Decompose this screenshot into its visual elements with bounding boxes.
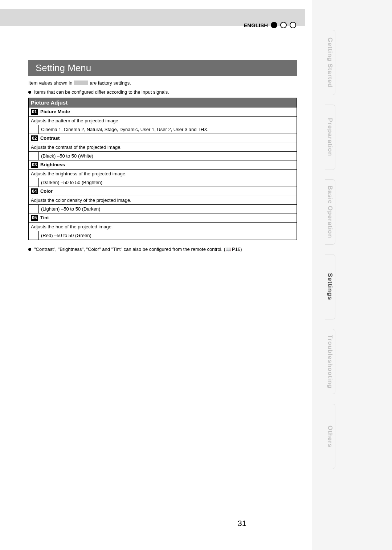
item-name: Tint: [40, 215, 49, 220]
item-header-05: 05 Tint: [29, 213, 297, 223]
page-reference: 📖P16: [225, 247, 240, 252]
item-num: 04: [31, 188, 38, 194]
item-desc: Adjusts the contrast of the projected im…: [29, 143, 297, 152]
item-values: (Red) –50 to 50 (Green): [39, 231, 297, 240]
language-indicator: ENGLISH: [244, 22, 296, 28]
item-name: Picture Mode: [40, 109, 70, 114]
input-note-text: Items that can be configured differ acco…: [34, 89, 169, 95]
lang-dot-filled-icon: [271, 22, 277, 28]
item-values: (Lighten) –50 to 50 (Darken): [39, 205, 297, 213]
page-title: Setting Menu: [28, 60, 297, 76]
item-values: Cinema 1, Cinema 2, Natural, Stage, Dyna…: [39, 125, 297, 134]
indent-cell: [29, 205, 39, 213]
footnote: "Contrast", "Brightness", "Color" and "T…: [28, 247, 297, 252]
factory-note-post: are factory settings.: [90, 80, 131, 86]
factory-note-pre: Item values shown in: [28, 80, 72, 86]
indent-cell: [29, 231, 39, 240]
lang-dot-empty-icon: [290, 22, 296, 28]
item-header-03: 03 Brightness: [29, 160, 297, 170]
indent-cell: [29, 125, 39, 134]
item-desc: Adjusts the hue of the projected image.: [29, 223, 297, 231]
language-label: ENGLISH: [244, 22, 268, 28]
bullet-icon: [28, 248, 31, 251]
tab-settings[interactable]: Settings: [325, 254, 335, 319]
page-frame: ENGLISH Setting Menu Item values shown i…: [0, 0, 312, 550]
footnote-text: "Contrast", "Brightness", "Color" and "T…: [34, 247, 225, 252]
footnote-content: "Contrast", "Brightness", "Color" and "T…: [34, 247, 242, 252]
indent-cell: [29, 178, 39, 187]
item-name: Contrast: [40, 135, 60, 141]
item-desc: Adjusts the pattern of the projected ima…: [29, 117, 297, 125]
top-bar: ENGLISH: [0, 9, 305, 26]
factory-swatch-icon: [74, 81, 88, 85]
item-num: 03: [31, 162, 38, 168]
page-number: 31: [238, 519, 246, 528]
tab-basic-operation[interactable]: Basic Operation: [325, 179, 335, 245]
item-values: (Black) –50 to 50 (White): [39, 152, 297, 160]
item-values: (Darken) –50 to 50 (Brighten): [39, 178, 297, 187]
item-header-01: 01 Picture Mode: [29, 107, 297, 117]
tab-getting-started[interactable]: Getting Started: [325, 30, 335, 95]
item-desc: Adjusts the brightness of the projected …: [29, 170, 297, 178]
tab-troubleshooting[interactable]: Troubleshooting: [325, 329, 335, 394]
bullet-icon: [28, 91, 31, 94]
item-num: 01: [31, 109, 38, 115]
footnote-close: ): [240, 247, 242, 252]
picture-adjust-table: Picture Adjust 01 Picture Mode Adjusts t…: [28, 98, 297, 240]
item-name: Brightness: [40, 162, 65, 167]
footnote-ref: P16: [232, 247, 240, 252]
content-area: Setting Menu Item values shown in are fa…: [28, 60, 297, 252]
section-header: Picture Adjust: [29, 98, 297, 107]
item-desc: Adjusts the color density of the project…: [29, 196, 297, 205]
book-icon: 📖: [225, 247, 231, 252]
item-header-02: 02 Contrast: [29, 134, 297, 143]
tab-preparation[interactable]: Preparation: [325, 105, 335, 170]
item-num: 05: [31, 215, 38, 221]
lang-dot-empty-icon: [280, 22, 287, 28]
input-signals-note: Items that can be configured differ acco…: [28, 89, 297, 95]
item-name: Color: [40, 188, 53, 194]
item-header-04: 04 Color: [29, 187, 297, 196]
indent-cell: [29, 152, 39, 160]
tab-others[interactable]: Others: [325, 404, 335, 469]
side-tabs: Getting Started Preparation Basic Operat…: [325, 30, 335, 469]
item-num: 02: [31, 135, 38, 141]
factory-settings-note: Item values shown in are factory setting…: [28, 80, 297, 86]
